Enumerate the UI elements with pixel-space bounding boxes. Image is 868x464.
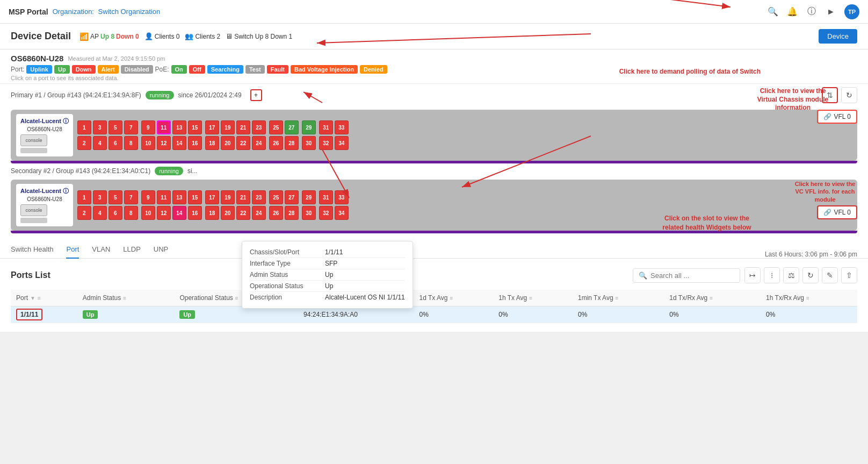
tx1d-filter-icon[interactable]: ≡ xyxy=(450,295,453,301)
columns-btn[interactable]: ⁝ xyxy=(764,267,780,283)
sec-port-4[interactable]: 4 xyxy=(93,206,107,220)
tx1h-filter-icon[interactable]: ≡ xyxy=(529,295,532,301)
sec-port-30[interactable]: 30 xyxy=(302,206,316,220)
port-14[interactable]: 14 xyxy=(172,136,186,150)
port-10[interactable]: 10 xyxy=(141,136,155,150)
sec-port-17[interactable]: 17 xyxy=(205,190,219,204)
table-row[interactable]: 1/1/11 Up Up 94:24:E1:34:9A:A0 0% 0% 0% … xyxy=(11,306,857,323)
sec-port-34[interactable]: 34 xyxy=(335,206,349,220)
port-23[interactable]: 23 xyxy=(252,120,266,134)
device-button[interactable]: Device xyxy=(819,29,857,44)
reload-button[interactable]: ↻ xyxy=(841,87,857,103)
port-4[interactable]: 4 xyxy=(93,136,107,150)
sec-port-7[interactable]: 7 xyxy=(124,190,138,204)
port-29-g[interactable]: 29 xyxy=(302,120,316,134)
edit-btn[interactable]: ✎ xyxy=(822,267,838,283)
sec-port-3[interactable]: 3 xyxy=(93,190,107,204)
sec-port-10[interactable]: 10 xyxy=(141,206,155,220)
port-6[interactable]: 6 xyxy=(108,136,122,150)
console-port[interactable]: console xyxy=(20,134,47,146)
sec-port-24[interactable]: 24 xyxy=(252,206,266,220)
help-icon[interactable]: ⓘ xyxy=(806,6,818,18)
port-30[interactable]: 30 xyxy=(302,136,316,150)
tab-lldp[interactable]: LLDP xyxy=(123,242,141,259)
sec-port-21[interactable]: 21 xyxy=(236,190,250,204)
sec-port-1[interactable]: 1 xyxy=(77,190,91,204)
port-24[interactable]: 24 xyxy=(252,136,266,150)
admin-filter-icon[interactable]: ≡ xyxy=(123,295,126,301)
port-sort-icon[interactable]: ≡ xyxy=(38,295,41,301)
sec-port-5[interactable]: 5 xyxy=(108,190,122,204)
port-12[interactable]: 12 xyxy=(157,136,171,150)
sec-port-2[interactable]: 2 xyxy=(77,206,91,220)
port-8[interactable]: 8 xyxy=(124,136,138,150)
sec-port-29[interactable]: 29 xyxy=(302,190,316,204)
port-34[interactable]: 34 xyxy=(335,136,349,150)
vc-expand-button[interactable]: + xyxy=(250,89,262,101)
port-5[interactable]: 5 xyxy=(108,120,122,134)
tab-unp[interactable]: UNP xyxy=(154,242,168,259)
tab-vlan[interactable]: VLAN xyxy=(92,242,110,259)
sec-port-28[interactable]: 28 xyxy=(285,206,299,220)
sec-port-25[interactable]: 25 xyxy=(269,190,283,204)
user-avatar[interactable]: TP xyxy=(844,4,859,19)
refresh-table-btn[interactable]: ↻ xyxy=(802,267,819,283)
sec-port-19[interactable]: 19 xyxy=(221,190,235,204)
txrx1d-filter-icon[interactable]: ≡ xyxy=(710,295,713,301)
port-3[interactable]: 3 xyxy=(93,120,107,134)
org-switch-link[interactable]: Switch Organization xyxy=(98,8,161,16)
sec-port-12[interactable]: 12 xyxy=(157,206,171,220)
search-icon[interactable]: 🔍 xyxy=(767,6,779,18)
sec-port-8[interactable]: 8 xyxy=(124,206,138,220)
secondary-console-port[interactable]: console xyxy=(20,204,47,216)
tab-switch-health[interactable]: Switch Health xyxy=(11,242,53,259)
port-18[interactable]: 18 xyxy=(205,136,219,150)
port-31[interactable]: 31 xyxy=(319,120,333,134)
sec-port-27[interactable]: 27 xyxy=(285,190,299,204)
port-22[interactable]: 22 xyxy=(236,136,250,150)
sec-port-15[interactable]: 15 xyxy=(188,190,202,204)
port-1[interactable]: 1 xyxy=(77,120,91,134)
port-27[interactable]: 27 xyxy=(285,120,299,134)
sec-port-20[interactable]: 20 xyxy=(221,206,235,220)
sec-port-11[interactable]: 11 xyxy=(157,190,171,204)
port-filter-icon[interactable]: ▼ xyxy=(30,295,35,301)
port-13[interactable]: 13 xyxy=(172,120,186,134)
port-15[interactable]: 15 xyxy=(188,120,202,134)
sec-port-18[interactable]: 18 xyxy=(205,206,219,220)
forward-icon[interactable]: ► xyxy=(825,6,837,18)
port-33[interactable]: 33 xyxy=(335,120,349,134)
vfl-button-1[interactable]: 🔗 VFL 0 xyxy=(817,110,857,124)
port-25[interactable]: 25 xyxy=(269,120,283,134)
port-20[interactable]: 20 xyxy=(221,136,235,150)
sec-port-23[interactable]: 23 xyxy=(252,190,266,204)
port-7[interactable]: 7 xyxy=(124,120,138,134)
port-11[interactable]: 11 xyxy=(157,120,171,134)
port-19[interactable]: 19 xyxy=(221,120,235,134)
sec-port-14[interactable]: 14 xyxy=(172,206,186,220)
sec-port-13[interactable]: 13 xyxy=(172,190,186,204)
sec-port-16[interactable]: 16 xyxy=(188,206,202,220)
vfl-button-2[interactable]: 🔗 VFL 0 xyxy=(817,205,857,219)
port-32[interactable]: 32 xyxy=(319,136,333,150)
port-28[interactable]: 28 xyxy=(285,136,299,150)
sec-port-33[interactable]: 33 xyxy=(335,190,349,204)
sec-port-26[interactable]: 26 xyxy=(269,206,283,220)
bell-icon[interactable]: 🔔 xyxy=(786,6,798,18)
port-26[interactable]: 26 xyxy=(269,136,283,150)
sec-port-32[interactable]: 32 xyxy=(319,206,333,220)
tab-port[interactable]: Port xyxy=(66,242,79,259)
port-17[interactable]: 17 xyxy=(205,120,219,134)
port-16[interactable]: 16 xyxy=(188,136,202,150)
operational-filter-icon[interactable]: ≡ xyxy=(235,295,238,301)
txrx1h-filter-icon[interactable]: ≡ xyxy=(806,295,809,301)
filter-btn[interactable]: ⚖ xyxy=(783,267,799,283)
export-btn[interactable]: ⇧ xyxy=(841,267,857,283)
search-input[interactable] xyxy=(650,272,726,280)
port-21[interactable]: 21 xyxy=(236,120,250,134)
tx1min-filter-icon[interactable]: ≡ xyxy=(616,295,619,301)
sec-port-22[interactable]: 22 xyxy=(236,206,250,220)
sec-port-31[interactable]: 31 xyxy=(319,190,333,204)
port-2[interactable]: 2 xyxy=(77,136,91,150)
sec-port-9[interactable]: 9 xyxy=(141,190,155,204)
